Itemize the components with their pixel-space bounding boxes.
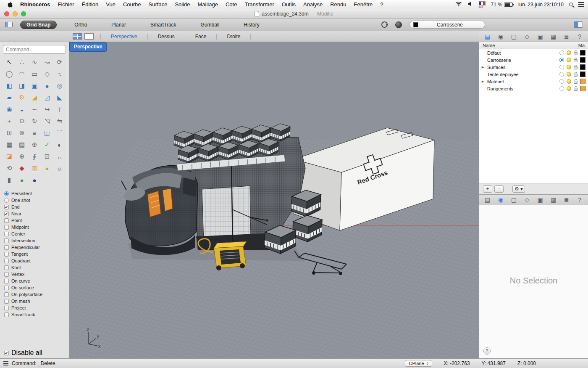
layers-panel-icon[interactable]: ▤ <box>483 196 493 203</box>
join-icon[interactable]: ⊕ <box>29 140 39 150</box>
viewport-label-badge[interactable]: Perspective <box>69 42 107 52</box>
menu-fichier[interactable]: Fichier <box>54 1 78 8</box>
add-layer-button[interactable]: + <box>483 185 492 193</box>
input-source-flag-icon[interactable]: 123 <box>479 1 486 8</box>
polygon-icon[interactable]: ◇ <box>42 69 52 79</box>
axis-circle-icon[interactable] <box>381 21 388 28</box>
text-icon[interactable]: T <box>55 104 65 114</box>
copy-icon[interactable]: ⧉ <box>17 116 27 126</box>
snap-intersection[interactable]: Intersection <box>3 237 66 244</box>
boolean-union-icon[interactable]: ◉ <box>4 104 14 114</box>
battery-status[interactable]: 71 % <box>491 2 513 8</box>
menu-maillage[interactable]: Maillage <box>194 1 222 8</box>
document-panel-icon[interactable]: ▢ <box>509 196 519 203</box>
cplane-selector[interactable]: CPlane ▴▾ <box>405 360 432 367</box>
menu-cote[interactable]: Cote <box>222 1 241 8</box>
layer-lock-icon[interactable] <box>574 88 578 91</box>
array-icon[interactable]: ⊞ <box>4 128 14 138</box>
layer-visibility-bulb-icon[interactable] <box>567 79 571 84</box>
name-column-header[interactable]: Name <box>483 43 578 48</box>
arc-icon[interactable]: ◠ <box>17 69 27 79</box>
display-panel-icon[interactable]: ◉ <box>496 33 506 40</box>
rotate-icon[interactable]: ↻ <box>29 116 39 126</box>
cylinder-icon[interactable]: ◎ <box>55 81 65 91</box>
polyline-icon[interactable]: ∿ <box>29 57 39 67</box>
layer-lock-icon[interactable] <box>574 59 578 62</box>
menu-courbe[interactable]: Courbe <box>119 1 145 8</box>
snap-perpendicular[interactable]: Perpendicular <box>3 244 66 251</box>
check-icon[interactable]: ✓ <box>42 140 52 150</box>
zoom-button[interactable] <box>21 11 26 16</box>
layer-lock-icon[interactable] <box>574 74 578 77</box>
layer-row[interactable]: Rangements <box>479 85 588 92</box>
plane-icon[interactable]: ▰ <box>4 93 14 103</box>
current-layer-radio[interactable] <box>559 65 564 69</box>
layer-color-swatch[interactable] <box>580 57 585 63</box>
snap-knot[interactable]: Knot <box>3 264 66 271</box>
notes-panel-icon[interactable]: ≣ <box>562 33 572 40</box>
snap-vertex[interactable]: Vertex <box>3 271 66 278</box>
rotate-view-icon[interactable]: ⟳ <box>55 57 65 67</box>
box-icon[interactable]: ▣ <box>29 81 39 91</box>
snap-on-polysurface[interactable]: On polysurface <box>3 291 66 298</box>
sun-icon[interactable]: ☼ <box>55 163 65 173</box>
zoom-window-icon[interactable]: ⊡ <box>42 151 52 161</box>
snap-project[interactable]: Project <box>3 304 66 311</box>
object-panel-icon[interactable]: ◇ <box>522 33 532 40</box>
layer-color-swatch[interactable] <box>580 86 585 91</box>
group-icon[interactable]: ▦ <box>4 140 14 150</box>
snap-on-curve[interactable]: On curve <box>3 278 66 284</box>
layer-lock-icon[interactable] <box>574 81 578 84</box>
menu-outils[interactable]: Outils <box>278 1 299 8</box>
move-icon[interactable]: + <box>4 116 14 126</box>
layer-color-swatch[interactable] <box>580 71 585 77</box>
layers-panel-icon[interactable]: ▤ <box>483 33 493 40</box>
volume-icon[interactable] <box>467 1 473 8</box>
viewport-3d-scene[interactable]: Red Cross <box>69 42 479 358</box>
apple-menu-icon[interactable] <box>4 1 16 8</box>
freeform-curve-icon[interactable]: ↝ <box>42 57 52 67</box>
material-column-header[interactable]: Ma <box>578 43 585 48</box>
snap-midpoint[interactable]: Midpoint <box>3 224 66 230</box>
menu-vue[interactable]: Vue <box>102 1 119 8</box>
layer-visibility-bulb-icon[interactable] <box>567 58 571 62</box>
current-layer-radio[interactable] <box>559 86 564 91</box>
layer-visibility-bulb-icon[interactable] <box>567 65 571 69</box>
help-panel-icon[interactable]: ? <box>575 33 585 40</box>
tab-face[interactable]: Face <box>185 34 217 40</box>
select-pointer-icon[interactable]: ↖ <box>4 57 14 67</box>
toggle-smarttrack[interactable]: SmartTrack <box>150 22 176 28</box>
shaded-view-icon[interactable]: ◐ <box>55 140 65 150</box>
color-wheel-icon[interactable]: ● <box>17 175 27 185</box>
notes-panel-icon[interactable]: ≣ <box>562 196 572 203</box>
ramp-icon[interactable]: ◢ <box>29 93 39 103</box>
bulb-icon[interactable]: ● <box>42 163 52 173</box>
render-sphere-icon[interactable]: ● <box>29 175 39 185</box>
menu-solide[interactable]: Solide <box>171 1 194 8</box>
menu-bar-clock[interactable]: lun. 23 juin 23:10:10 <box>518 2 564 8</box>
menu-edition[interactable]: Édition <box>78 1 102 8</box>
snap-disable-all[interactable]: ✓ Disable all <box>3 349 66 356</box>
disclosure-triangle-icon[interactable]: ▶ <box>481 66 485 69</box>
help-button[interactable]: ? <box>483 347 491 355</box>
sphere-icon[interactable]: ● <box>42 81 52 91</box>
snap-on-mesh[interactable]: On mesh <box>3 298 66 304</box>
snap-center[interactable]: Center <box>3 230 66 237</box>
layer-color-swatch[interactable] <box>580 79 585 84</box>
surface-icon[interactable]: ◧ <box>4 81 14 91</box>
single-viewport-layout-icon[interactable] <box>84 33 94 40</box>
panel-toggle-icon[interactable] <box>574 21 583 28</box>
car-icon[interactable]: ◆ <box>17 163 27 173</box>
boolean-difference-icon[interactable]: ◒ <box>17 104 27 114</box>
circle-icon[interactable]: ◯ <box>4 69 14 79</box>
orbit-icon[interactable]: ⟲ <box>4 163 14 173</box>
window-panel-icon[interactable] <box>5 22 13 27</box>
wifi-icon[interactable] <box>455 1 462 8</box>
extrude-icon[interactable]: ◫ <box>42 128 52 138</box>
menu-analyse[interactable]: Analyse <box>299 1 326 8</box>
menu-rendu[interactable]: Rendu <box>326 1 350 8</box>
layer-color-swatch[interactable] <box>580 64 585 70</box>
pipe-icon[interactable]: ⌒ <box>55 128 65 138</box>
explode-icon[interactable]: ▤ <box>17 140 27 150</box>
display-panel-icon[interactable]: ◉ <box>496 196 506 203</box>
